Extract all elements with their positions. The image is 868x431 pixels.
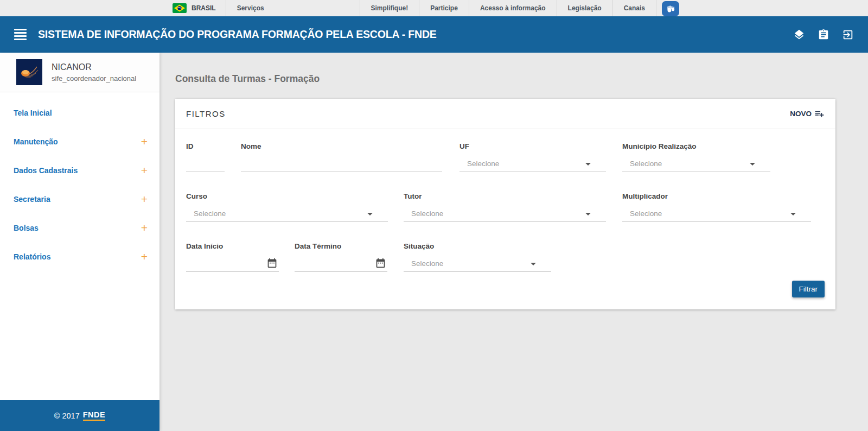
- curso-label: Curso: [186, 192, 388, 200]
- fnde-link[interactable]: FNDE: [83, 410, 105, 421]
- field-situacao: Situação Selecione: [404, 242, 551, 272]
- tutor-label: Tutor: [404, 192, 606, 200]
- brazil-flag-icon: [173, 3, 187, 13]
- expand-plus-icon: +: [141, 222, 148, 233]
- sidebar-item-secretaria[interactable]: Secretaria +: [0, 185, 159, 213]
- clipboard-icon[interactable]: [818, 29, 829, 41]
- nome-label: Nome: [241, 142, 442, 150]
- main-content: Consulta de Turmas - Formação FILTROS NO…: [159, 53, 868, 431]
- chevron-down-icon: [367, 213, 373, 216]
- id-label: ID: [186, 142, 225, 150]
- menu-icon[interactable]: [14, 29, 27, 40]
- filters-title: FILTROS: [186, 109, 226, 118]
- brasil-gov-link[interactable]: BRASIL: [163, 0, 226, 16]
- servicos-link[interactable]: Serviços: [226, 0, 275, 16]
- chevron-down-icon: [750, 163, 755, 166]
- data-inicio-label: Data Início: [186, 242, 279, 250]
- municipio-select[interactable]: Selecione: [622, 156, 770, 172]
- field-nome: Nome: [241, 142, 442, 172]
- sidebar-item-label: Secretaria: [14, 195, 50, 204]
- multiplicador-select[interactable]: Selecione: [622, 206, 811, 222]
- govbar-right-pad: [684, 0, 868, 16]
- municipio-label: Município Realização: [622, 142, 770, 150]
- layers-icon[interactable]: [793, 29, 805, 41]
- uf-label: UF: [459, 142, 606, 150]
- acesso-informacao-link[interactable]: Acesso à informação: [469, 0, 557, 16]
- body-row: NICANOR sife_coordenador_nacional Tela I…: [0, 53, 868, 431]
- panel-actions: Filtrar: [186, 281, 825, 297]
- id-input[interactable]: [186, 160, 225, 168]
- chevron-down-icon: [585, 213, 591, 216]
- filter-row-2: Curso Selecione Tutor Selecione: [186, 192, 825, 222]
- filter-row-1: ID Nome UF Selecione: [186, 142, 825, 172]
- copyright-text: © 2017: [54, 411, 80, 420]
- data-termino-label: Data Término: [295, 242, 387, 250]
- participe-link[interactable]: Participe: [419, 0, 469, 16]
- field-data-termino: Data Término: [295, 242, 387, 272]
- sidebar-item-label: Tela Inicial: [14, 109, 52, 117]
- filter-row-3: Data Início Data Término: [186, 242, 825, 272]
- field-curso: Curso Selecione: [186, 192, 388, 222]
- curso-placeholder: Selecione: [186, 210, 226, 218]
- curso-select[interactable]: Selecione: [186, 206, 388, 222]
- canais-link[interactable]: Canais: [613, 0, 656, 16]
- filters-panel: FILTROS NOVO ID Nome: [175, 99, 835, 309]
- sidebar-item-relatorios[interactable]: Relatórios +: [0, 242, 159, 271]
- brasil-label: BRASIL: [192, 4, 216, 12]
- municipio-placeholder: Selecione: [622, 160, 662, 168]
- situacao-select[interactable]: Selecione: [404, 256, 551, 272]
- field-multiplicador: Multiplicador Selecione: [622, 192, 811, 222]
- expand-plus-icon: +: [141, 193, 148, 205]
- nome-input[interactable]: [241, 160, 442, 168]
- data-inicio-input[interactable]: [186, 259, 279, 268]
- uf-select[interactable]: Selecione: [459, 156, 606, 172]
- page-title: Consulta de Turmas - Formação: [175, 73, 835, 85]
- user-role: sife_coordenador_nacional: [52, 74, 136, 83]
- tutor-select[interactable]: Selecione: [404, 206, 606, 222]
- expand-plus-icon: +: [141, 164, 148, 176]
- filtrar-button[interactable]: Filtrar: [792, 281, 825, 297]
- sidebar-item-manutencao[interactable]: Manutenção +: [0, 127, 159, 156]
- sidebar-item-label: Dados Cadastrais: [14, 166, 78, 175]
- simplifique-link[interactable]: Simplifique!: [360, 0, 419, 16]
- chevron-down-icon: [790, 213, 796, 216]
- field-tutor: Tutor Selecione: [404, 192, 606, 222]
- govbar-left-pad: [0, 0, 163, 16]
- field-id: ID: [186, 142, 225, 172]
- sidebar-item-bolsas[interactable]: Bolsas +: [0, 213, 159, 242]
- user-meta: NICANOR sife_coordenador_nacional: [52, 62, 136, 83]
- sidebar-item-label: Relatórios: [14, 252, 50, 261]
- user-name: NICANOR: [52, 62, 136, 72]
- sidebar-item-label: Bolsas: [14, 224, 39, 232]
- sidebar-item-tela-inicial[interactable]: Tela Inicial: [0, 98, 159, 127]
- logout-icon[interactable]: [842, 29, 854, 41]
- field-municipio: Município Realização Selecione: [622, 142, 770, 172]
- avatar: [16, 59, 42, 85]
- calendar-icon[interactable]: [266, 257, 278, 269]
- legislacao-link[interactable]: Legislação: [557, 0, 612, 16]
- govbar-divider: [656, 0, 656, 16]
- expand-plus-icon: +: [141, 136, 148, 147]
- data-termino-input[interactable]: [295, 259, 387, 268]
- sidebar-footer: © 2017 FNDE: [0, 400, 159, 431]
- tutor-placeholder: Selecione: [404, 210, 443, 218]
- user-panel: NICANOR sife_coordenador_nacional: [0, 53, 159, 92]
- expand-plus-icon: +: [141, 251, 148, 262]
- sidebar: NICANOR sife_coordenador_nacional Tela I…: [0, 53, 159, 431]
- sidebar-item-dados-cadastrais[interactable]: Dados Cadastrais +: [0, 156, 159, 185]
- situacao-label: Situação: [404, 242, 551, 250]
- novo-button[interactable]: NOVO: [790, 109, 825, 119]
- multiplicador-label: Multiplicador: [622, 192, 811, 200]
- app-header: SISTEMA DE INFORMAÇÃO DO PROGRAMA FORMAÇ…: [0, 16, 868, 53]
- multiplicador-placeholder: Selecione: [622, 210, 662, 218]
- calendar-icon[interactable]: [375, 257, 386, 269]
- situacao-placeholder: Selecione: [404, 259, 443, 268]
- uf-placeholder: Selecione: [459, 160, 499, 168]
- vlibras-accessibility-button[interactable]: [662, 1, 679, 16]
- vlibras-hands-icon: [665, 3, 676, 14]
- field-data-inicio: Data Início: [186, 242, 279, 272]
- field-uf: UF Selecione: [459, 142, 606, 172]
- filters-panel-header: FILTROS NOVO: [175, 99, 835, 129]
- govbar-spacer: [275, 0, 360, 16]
- chevron-down-icon: [531, 263, 536, 265]
